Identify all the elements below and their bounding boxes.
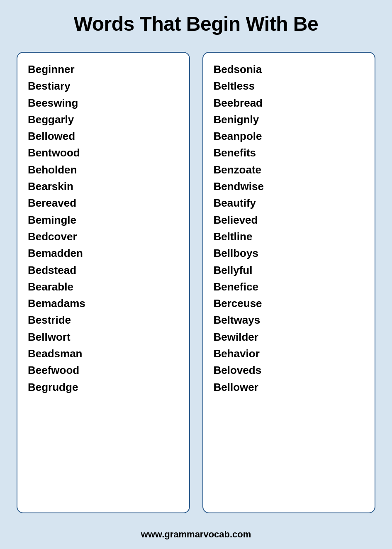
list-item: Bellyful: [214, 262, 365, 278]
content-area: BeginnerBestiaryBeeswingBeggarlyBellowed…: [0, 44, 392, 522]
list-item: Behavior: [214, 345, 365, 362]
list-item: Bemadden: [28, 245, 179, 261]
page-footer: www.grammarvocab.com: [0, 522, 392, 549]
list-item: Bewilder: [214, 329, 365, 345]
list-item: Beltless: [214, 78, 365, 94]
list-item: Bedstead: [28, 262, 179, 278]
list-item: Beefwood: [28, 362, 179, 378]
list-item: Bedsonia: [214, 61, 365, 78]
list-item: Bellower: [214, 379, 365, 395]
list-item: Beadsman: [28, 345, 179, 362]
list-item: Bentwood: [28, 144, 179, 161]
list-item: Berceuse: [214, 295, 365, 312]
list-item: Beholden: [28, 161, 179, 178]
list-item: Beltways: [214, 312, 365, 328]
list-item: Bearskin: [28, 178, 179, 195]
right-word-box: BedsoniaBeltlessBeebreadBenignlyBeanpole…: [202, 52, 376, 513]
list-item: Beltline: [214, 228, 365, 245]
list-item: Beggarly: [28, 111, 179, 128]
list-item: Benefits: [214, 144, 365, 161]
list-item: Benefice: [214, 278, 365, 295]
page-title: Words That Begin With Be: [8, 12, 384, 35]
list-item: Beeswing: [28, 95, 179, 111]
list-item: Benzoate: [214, 161, 365, 178]
list-item: Beloveds: [214, 362, 365, 378]
list-item: Beautify: [214, 195, 365, 211]
list-item: Beebread: [214, 95, 365, 111]
list-item: Bemingle: [28, 212, 179, 228]
list-item: Bellboys: [214, 245, 365, 261]
list-item: Bellwort: [28, 329, 179, 345]
list-item: Beanpole: [214, 128, 365, 144]
list-item: Bestiary: [28, 78, 179, 94]
left-word-box: BeginnerBestiaryBeeswingBeggarlyBellowed…: [17, 52, 190, 513]
list-item: Begrudge: [28, 379, 179, 395]
list-item: Bemadams: [28, 295, 179, 312]
page-header: Words That Begin With Be: [0, 0, 392, 44]
footer-url: www.grammarvocab.com: [141, 529, 251, 539]
list-item: Believed: [214, 212, 365, 228]
list-item: Bereaved: [28, 195, 179, 211]
list-item: Bearable: [28, 278, 179, 295]
list-item: Bendwise: [214, 178, 365, 195]
list-item: Bestride: [28, 312, 179, 328]
list-item: Bellowed: [28, 128, 179, 144]
list-item: Bedcover: [28, 228, 179, 245]
list-item: Beginner: [28, 61, 179, 78]
list-item: Benignly: [214, 111, 365, 128]
